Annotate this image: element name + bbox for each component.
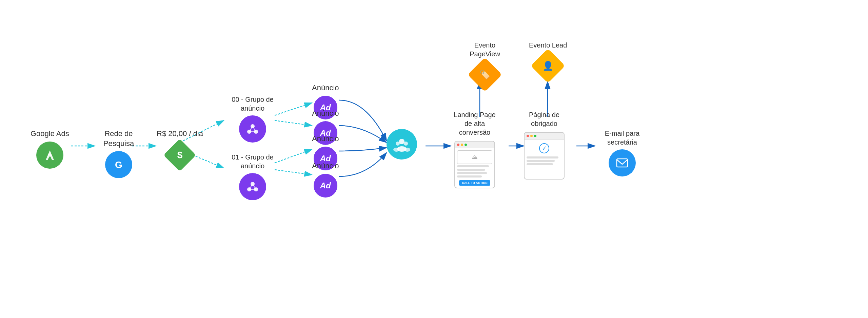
landing-page-label: Landing Page de alta conversão [449,110,500,137]
evento-pageview-label: Evento PageView [459,41,510,58]
pagina-obrigado-browser: ✓ [524,132,565,180]
evento-pageview-diamond: 🏷️ [471,61,498,88]
diagram-container: Google Ads Rede de Pesquisa G R$ 20,00 /… [0,0,868,318]
ad4-icon: Ad [314,174,337,198]
evento-lead-label: Evento Lead [529,41,567,50]
node-grupo-00: 00 - Grupo de anúncio [222,95,283,143]
node-email: E-mail para secretária [595,129,649,176]
node-ad4: Anúncio Ad [312,161,339,198]
rede-pesquisa-icon: G [105,151,132,178]
audience-icon [387,129,417,160]
landing-page-browser: ⛰ CALL TO ACTION [454,141,495,188]
node-grupo-01: 01 - Grupo de anúncio [222,153,283,200]
svg-point-28 [393,148,399,152]
node-google-ads: Google Ads [31,129,69,169]
ad2-label: Anúncio [312,109,339,118]
svg-point-24 [399,139,405,144]
budget-label: R$ 20,00 / dia [157,129,203,139]
grupo-00-label: 00 - Grupo de anúncio [222,95,283,113]
svg-rect-30 [617,159,628,167]
node-pagina-obrigado: Página de obrigado ✓ [519,110,570,180]
cta-button: CALL TO ACTION [459,180,490,186]
svg-point-25 [396,142,400,146]
pagina-obrigado-label: Página de obrigado [519,110,570,128]
node-landing-page: Landing Page de alta conversão ⛰ CALL TO… [449,110,500,188]
node-budget: R$ 20,00 / dia $ [157,129,203,169]
ad4-label: Anúncio [312,161,339,171]
grupo-00-icon [239,115,266,143]
budget-diamond: $ [166,142,193,169]
svg-point-10 [48,153,52,157]
node-audience [387,129,417,160]
ad1-label: Anúncio [312,83,339,93]
email-label: E-mail para secretária [595,129,649,147]
grupo-01-label: 01 - Grupo de anúncio [222,153,283,170]
email-icon [609,149,636,176]
grupo-01-icon [239,173,266,200]
google-ads-label: Google Ads [31,129,69,139]
rede-pesquisa-label: Rede de Pesquisa [92,129,146,148]
google-ads-icon [36,142,63,169]
node-evento-lead: Evento Lead 👤 [529,41,567,79]
evento-lead-diamond: 👤 [534,52,561,79]
node-evento-pageview: Evento PageView 🏷️ [459,41,510,88]
svg-text:G: G [115,160,122,170]
ad3-label: Anúncio [312,134,339,144]
svg-point-26 [404,142,408,146]
svg-point-29 [404,148,410,152]
node-rede-pesquisa: Rede de Pesquisa G [92,129,146,178]
